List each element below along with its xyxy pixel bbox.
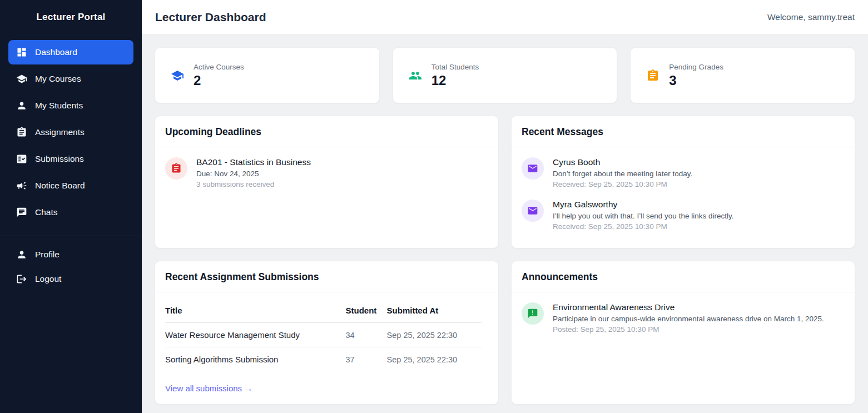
message-sender: Cyrus Booth [553, 157, 692, 167]
submissions-table: Title Student Submitted At Water Resourc… [165, 302, 482, 371]
app-title: Lecturer Portal [0, 0, 142, 33]
announcement-posted-time: Posted: Sep 25, 2025 10:30 PM [553, 325, 824, 334]
recent-submissions-panel: Recent Assignment Submissions Title Stud… [155, 261, 499, 405]
stat-card-active-courses: Active Courses 2 [155, 47, 380, 103]
sidebar-item-assignments[interactable]: Assignments [8, 120, 133, 145]
panel-title: Recent Messages [522, 126, 603, 137]
announcement-body: Participate in our campus-wide environme… [553, 315, 824, 323]
upcoming-deadlines-panel: Upcoming Deadlines BA201 - Statistics in… [155, 116, 499, 248]
announcement-icon [522, 302, 544, 325]
stats-row: Active Courses 2 Total Students 12 Pen [155, 47, 855, 103]
graduation-cap-icon [16, 73, 27, 84]
sidebar-item-label: Profile [35, 250, 59, 260]
panel-header: Announcements [512, 261, 855, 292]
people-icon [409, 69, 422, 82]
graduation-cap-icon [171, 69, 184, 82]
sidebar-item-my-courses[interactable]: My Courses [8, 67, 133, 91]
announcements-panel: Announcements Environmental Awareness Dr… [511, 261, 855, 405]
announcement-item[interactable]: Environmental Awareness Drive Participat… [522, 302, 845, 334]
sidebar-item-label: Dashboard [35, 47, 77, 57]
panel-header: Recent Messages [512, 116, 855, 147]
stat-value: 2 [194, 73, 244, 88]
stat-label: Pending Grades [669, 63, 723, 71]
sidebar-nav: Dashboard My Courses My Students Assignm… [0, 33, 142, 227]
email-icon [522, 200, 544, 222]
dashboard-icon [16, 47, 27, 58]
submission-student: 37 [346, 347, 387, 372]
submission-date: Sep 25, 2025 22:30 [387, 323, 482, 347]
message-item[interactable]: Myra Galsworthy I’ll help you out with t… [522, 200, 845, 231]
message-preview: I’ll help you out with that. I’ll send y… [553, 212, 733, 220]
submission-date: Sep 25, 2025 22:30 [387, 347, 482, 372]
panel-header: Recent Assignment Submissions [155, 261, 498, 292]
stat-label: Active Courses [194, 63, 244, 71]
topbar: Lecturer Dashboard Welcome, sammy.treat [142, 0, 868, 34]
deadline-item[interactable]: BA201 - Statistics in Business Due: Nov … [165, 157, 488, 188]
sidebar-item-label: Submissions [35, 154, 84, 164]
clipboard-icon [165, 157, 187, 180]
sidebar-item-profile[interactable]: Profile [8, 243, 133, 266]
sidebar-item-label: Chats [35, 207, 58, 217]
sidebar: Lecturer Portal Dashboard My Courses My … [0, 0, 142, 413]
panel-body: BA201 - Statistics in Business Due: Nov … [155, 147, 498, 210]
submission-title: Water Resource Management Study [165, 323, 346, 347]
clipboard-icon [646, 69, 659, 82]
column-header-title: Title [165, 302, 346, 323]
panel-body: Title Student Submitted At Water Resourc… [155, 292, 498, 404]
recent-messages-panel: Recent Messages Cyrus Booth Don’t forget… [511, 116, 855, 248]
middle-row: Upcoming Deadlines BA201 - Statistics in… [155, 116, 855, 248]
table-row[interactable]: Sorting Algorithms Submission 37 Sep 25,… [165, 347, 482, 372]
stat-card-pending-grades: Pending Grades 3 [630, 47, 855, 103]
sidebar-item-submissions[interactable]: Submissions [8, 147, 133, 171]
sidebar-item-logout[interactable]: Logout [8, 268, 133, 290]
stat-label: Total Students [431, 63, 479, 71]
panel-title: Upcoming Deadlines [165, 126, 261, 137]
megaphone-icon [16, 180, 27, 191]
sidebar-item-label: My Courses [35, 74, 81, 84]
message-preview: Don’t forget about the meeting later tod… [553, 170, 692, 178]
sidebar-item-label: Notice Board [35, 181, 85, 191]
column-header-student: Student [346, 302, 387, 323]
person-icon [16, 249, 27, 260]
deadline-submissions-count: 3 submissions received [196, 180, 311, 188]
content-column: Lecturer Dashboard Welcome, sammy.treat … [142, 0, 868, 413]
panel-title: Announcements [522, 271, 598, 282]
sidebar-item-notice-board[interactable]: Notice Board [8, 173, 133, 198]
deadline-due-date: Due: Nov 24, 2025 [196, 170, 311, 178]
submission-student: 34 [346, 323, 387, 347]
main-content: Active Courses 2 Total Students 12 Pen [142, 34, 868, 413]
page-title: Lecturer Dashboard [155, 11, 266, 24]
sidebar-footer-nav: Profile Logout [0, 236, 142, 292]
chat-bubble-icon [16, 207, 27, 218]
stat-card-total-students: Total Students 12 [393, 47, 618, 103]
sidebar-item-label: Assignments [35, 127, 85, 137]
email-icon [522, 157, 544, 180]
panel-body: Cyrus Booth Don’t forget about the meeti… [512, 147, 855, 248]
view-all-submissions-link[interactable]: View all submissions → [165, 384, 252, 393]
message-item[interactable]: Cyrus Booth Don’t forget about the meeti… [522, 157, 845, 188]
deadline-course: BA201 - Statistics in Business [196, 157, 311, 167]
panel-body: Environmental Awareness Drive Participat… [512, 292, 855, 355]
fact-check-icon [16, 153, 27, 165]
panel-header: Upcoming Deadlines [155, 116, 498, 147]
message-received-time: Received: Sep 25, 2025 10:30 PM [553, 180, 692, 188]
clipboard-icon [16, 127, 27, 138]
message-received-time: Received: Sep 25, 2025 10:30 PM [553, 222, 733, 231]
logout-icon [16, 273, 27, 285]
panel-title: Recent Assignment Submissions [165, 271, 319, 282]
person-icon [16, 100, 27, 111]
sidebar-item-label: Logout [35, 274, 61, 284]
stat-value: 3 [669, 73, 723, 88]
announcement-title: Environmental Awareness Drive [553, 302, 824, 312]
sidebar-item-my-students[interactable]: My Students [8, 93, 133, 118]
message-sender: Myra Galsworthy [553, 200, 733, 210]
table-header-row: Title Student Submitted At [165, 302, 482, 323]
sidebar-item-dashboard[interactable]: Dashboard [8, 40, 133, 64]
sidebar-item-chats[interactable]: Chats [8, 200, 133, 225]
table-row[interactable]: Water Resource Management Study 34 Sep 2… [165, 323, 482, 347]
bottom-row: Recent Assignment Submissions Title Stud… [155, 261, 855, 405]
stat-value: 12 [431, 73, 479, 88]
welcome-text: Welcome, sammy.treat [767, 12, 855, 22]
submission-title: Sorting Algorithms Submission [165, 347, 346, 372]
column-header-submitted-at: Submitted At [387, 302, 482, 323]
